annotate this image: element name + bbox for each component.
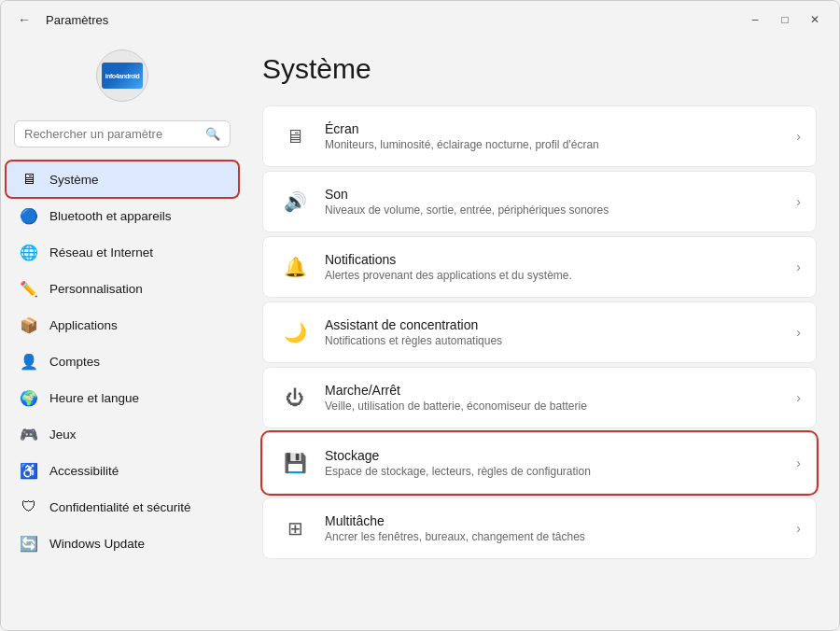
- sidebar-logo: info4android: [1, 35, 244, 120]
- sidebar-item-accessibility[interactable]: ♿ Accessibilité: [7, 453, 238, 488]
- nav-icon-accounts: 👤: [20, 352, 38, 371]
- setting-text-son: Son Niveaux de volume, sortie, entrée, p…: [325, 187, 796, 217]
- sidebar-item-accounts[interactable]: 👤 Comptes: [7, 344, 238, 379]
- setting-icon-notifications: 🔔: [278, 250, 312, 284]
- setting-title-ecran: Écran: [325, 121, 796, 136]
- setting-title-son: Son: [325, 187, 796, 202]
- close-button[interactable]: ✕: [802, 7, 828, 33]
- setting-icon-son: 🔊: [278, 185, 312, 218]
- titlebar-title: Paramètres: [46, 13, 108, 27]
- nav-icon-bluetooth: 🔵: [20, 206, 38, 225]
- nav-icon-network: 🌐: [20, 243, 38, 261]
- logo-circle: info4android: [96, 49, 148, 102]
- settings-list: 🖥 Écran Moniteurs, luminosité, éclairage…: [262, 105, 817, 559]
- setting-text-stockage: Stockage Espace de stockage, lecteurs, r…: [325, 448, 796, 478]
- sidebar-item-update[interactable]: 🔄 Windows Update: [7, 526, 238, 561]
- setting-text-assistant: Assistant de concentration Notifications…: [325, 317, 796, 347]
- sidebar-item-personalization[interactable]: ✏️ Personnalisation: [7, 271, 238, 306]
- titlebar-controls: – □ ✕: [742, 7, 828, 33]
- nav-icon-personalization: ✏️: [20, 279, 38, 298]
- main-content: Système 🖥 Écran Moniteurs, luminosité, é…: [244, 35, 839, 630]
- nav-label-personalization: Personnalisation: [49, 282, 143, 296]
- setting-desc-stockage: Espace de stockage, lecteurs, règles de …: [325, 465, 796, 478]
- setting-chevron-assistant: ›: [796, 325, 801, 340]
- nav-label-accounts: Comptes: [49, 355, 100, 369]
- sidebar-item-apps[interactable]: 📦 Applications: [7, 307, 238, 343]
- setting-text-ecran: Écran Moniteurs, luminosité, éclairage n…: [325, 121, 796, 151]
- setting-title-stockage: Stockage: [325, 448, 796, 463]
- setting-text-marche: Marche/Arrêt Veille, utilisation de batt…: [325, 383, 796, 413]
- setting-icon-assistant: 🌙: [278, 316, 312, 349]
- sidebar-item-bluetooth[interactable]: 🔵 Bluetooth et appareils: [7, 198, 238, 233]
- sidebar-item-privacy[interactable]: 🛡 Confidentialité et sécurité: [7, 489, 238, 525]
- page-title: Système: [262, 53, 817, 85]
- setting-text-notifications: Notifications Alertes provenant des appl…: [325, 252, 796, 282]
- titlebar-left: ← Paramètres: [12, 10, 108, 29]
- content: info4android 🔍 🖥 Système 🔵 Bluetooth et …: [1, 35, 839, 630]
- setting-item-son[interactable]: 🔊 Son Niveaux de volume, sortie, entrée,…: [262, 171, 817, 232]
- nav-label-system: Système: [49, 173, 99, 187]
- setting-item-assistant[interactable]: 🌙 Assistant de concentration Notificatio…: [262, 301, 817, 363]
- back-button[interactable]: ←: [12, 10, 36, 29]
- sidebar-item-network[interactable]: 🌐 Réseau et Internet: [7, 234, 238, 270]
- setting-icon-marche: ⏻: [278, 381, 312, 414]
- setting-chevron-stockage: ›: [796, 456, 801, 470]
- nav-icon-system: 🖥: [20, 170, 38, 189]
- setting-desc-assistant: Notifications et règles automatiques: [325, 334, 796, 347]
- search-icon: 🔍: [205, 127, 220, 141]
- setting-text-multitache: Multitâche Ancrer les fenêtres, bureaux,…: [325, 513, 796, 543]
- sidebar-nav: 🖥 Système 🔵 Bluetooth et appareils 🌐 Rés…: [1, 161, 244, 562]
- logo-text: info4android: [105, 73, 139, 79]
- nav-icon-time: 🌍: [20, 388, 38, 407]
- nav-icon-accessibility: ♿: [20, 461, 38, 480]
- setting-desc-notifications: Alertes provenant des applications et du…: [325, 269, 796, 282]
- setting-chevron-multitache: ›: [796, 521, 801, 536]
- nav-label-update: Windows Update: [49, 537, 145, 551]
- nav-label-time: Heure et langue: [49, 391, 139, 405]
- setting-desc-marche: Veille, utilisation de batterie, économi…: [325, 400, 796, 413]
- setting-title-notifications: Notifications: [325, 252, 796, 267]
- nav-label-bluetooth: Bluetooth et appareils: [49, 209, 172, 223]
- setting-title-assistant: Assistant de concentration: [325, 317, 796, 332]
- setting-chevron-marche: ›: [796, 390, 801, 405]
- settings-window: ← Paramètres – □ ✕ info4android 🔍: [0, 0, 840, 631]
- nav-label-apps: Applications: [49, 318, 118, 332]
- minimize-button[interactable]: –: [742, 7, 768, 33]
- setting-chevron-son: ›: [796, 194, 801, 209]
- maximize-button[interactable]: □: [772, 7, 798, 33]
- setting-title-multitache: Multitâche: [325, 513, 796, 528]
- setting-item-multitache[interactable]: ⊞ Multitâche Ancrer les fenêtres, bureau…: [262, 498, 817, 559]
- setting-chevron-notifications: ›: [796, 259, 801, 274]
- titlebar: ← Paramètres – □ ✕: [1, 1, 839, 35]
- nav-icon-gaming: 🎮: [20, 425, 38, 443]
- nav-icon-privacy: 🛡: [20, 498, 38, 516]
- sidebar-item-time[interactable]: 🌍 Heure et langue: [7, 380, 238, 415]
- nav-label-privacy: Confidentialité et sécurité: [49, 500, 191, 514]
- sidebar: info4android 🔍 🖥 Système 🔵 Bluetooth et …: [1, 35, 244, 630]
- setting-item-stockage[interactable]: 💾 Stockage Espace de stockage, lecteurs,…: [262, 432, 817, 494]
- setting-item-notifications[interactable]: 🔔 Notifications Alertes provenant des ap…: [262, 236, 817, 298]
- nav-label-network: Réseau et Internet: [49, 245, 153, 259]
- setting-icon-ecran: 🖥: [278, 119, 312, 153]
- nav-label-accessibility: Accessibilité: [49, 464, 119, 478]
- sidebar-item-gaming[interactable]: 🎮 Jeux: [7, 416, 238, 452]
- sidebar-item-system[interactable]: 🖥 Système: [7, 161, 238, 197]
- setting-desc-multitache: Ancrer les fenêtres, bureaux, changement…: [325, 530, 796, 543]
- setting-item-marche[interactable]: ⏻ Marche/Arrêt Veille, utilisation de ba…: [262, 367, 817, 428]
- setting-icon-multitache: ⊞: [278, 512, 312, 545]
- setting-title-marche: Marche/Arrêt: [325, 383, 796, 398]
- setting-desc-son: Niveaux de volume, sortie, entrée, périp…: [325, 203, 796, 217]
- setting-chevron-ecran: ›: [796, 129, 801, 144]
- search-input[interactable]: [24, 127, 198, 141]
- logo-inner: info4android: [102, 63, 143, 89]
- nav-icon-apps: 📦: [20, 316, 38, 334]
- nav-icon-update: 🔄: [20, 534, 38, 553]
- nav-label-gaming: Jeux: [49, 428, 77, 442]
- search-box[interactable]: 🔍: [14, 120, 231, 147]
- setting-item-ecran[interactable]: 🖥 Écran Moniteurs, luminosité, éclairage…: [262, 105, 817, 167]
- setting-desc-ecran: Moniteurs, luminosité, éclairage nocturn…: [325, 138, 796, 151]
- setting-icon-stockage: 💾: [278, 446, 312, 480]
